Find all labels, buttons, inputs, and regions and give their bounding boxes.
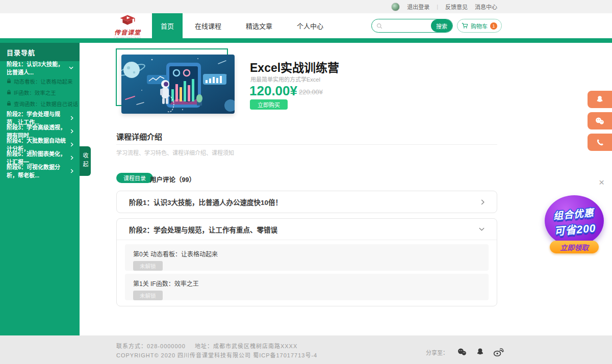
messages-link[interactable]: 消息中心 bbox=[475, 3, 497, 11]
sidebar-stage-1-children: 动态看板：让表格动起来 IF函数：效率之王 查询函数：让数据自己说话 bbox=[0, 75, 80, 109]
brand-logo[interactable]: 传音课堂 CHUANYINKETANG bbox=[107, 14, 148, 39]
wechat-icon bbox=[457, 348, 467, 356]
course-cover-illustration bbox=[121, 55, 235, 114]
chevron-right-icon bbox=[70, 155, 73, 160]
nav-item-articles[interactable]: 精选文章 bbox=[234, 13, 285, 38]
course-subtitle: 用最简单实用的方式学Excel bbox=[250, 75, 320, 83]
lock-icon bbox=[7, 101, 11, 106]
lesson-row[interactable]: 第0关 动态看板：让表格动起来 未解锁 bbox=[125, 244, 489, 271]
share-label: 分享至： bbox=[426, 348, 448, 356]
course-cover[interactable] bbox=[121, 55, 235, 114]
catalog-sidebar: 目录导航 阶段1：认识3大技能，比普通人... 动态看板：让表格动起来 IF bbox=[0, 38, 80, 335]
page: 退出登录 | 反馈意见 消息中心 传音课堂 CHUANYINKETANG 首页 … bbox=[0, 0, 612, 364]
qq-contact-button[interactable] bbox=[588, 91, 612, 108]
qq-icon bbox=[595, 95, 604, 104]
footer-contact: 联系方式：028-0000000 bbox=[116, 343, 186, 349]
search-box: 搜索 bbox=[371, 19, 453, 33]
course-title: Excel实战训练营 bbox=[250, 58, 339, 75]
phone-icon bbox=[596, 138, 604, 147]
sidebar-stage-6[interactable]: 阶段6：可视化数据分析，帮老板... bbox=[0, 164, 80, 177]
brand-name: 传音课堂 bbox=[107, 28, 148, 36]
phone-contact-button[interactable] bbox=[588, 134, 612, 151]
promo-close-icon[interactable]: × bbox=[599, 177, 604, 187]
accordion-stage-1-header[interactable]: 阶段1：认识3大技能，比普通人办公速度快10倍！ bbox=[117, 191, 497, 213]
sidebar-lesson-item[interactable]: 查询函数：让数据自己说话 bbox=[0, 98, 80, 109]
chevron-right-icon bbox=[481, 199, 484, 205]
locked-badge: 未解锁 bbox=[133, 291, 163, 300]
section-divider bbox=[116, 144, 497, 145]
lock-icon bbox=[7, 90, 11, 95]
sidebar-collapse-button[interactable]: 收起 bbox=[80, 146, 91, 176]
search-button[interactable]: 搜索 bbox=[431, 19, 452, 32]
accordion-stage-2: 阶段2：学会处理与规范，让工作有重点、零错误 第0关 动态看板：让表格动起来 未… bbox=[116, 218, 497, 306]
footer-address: 地址：成都市武侯区槐树店南路XXXX bbox=[195, 343, 297, 349]
navbar: 传音课堂 CHUANYINKETANG 首页 在线课程 精选文章 个人中心 搜索 bbox=[0, 13, 612, 38]
chevron-right-icon bbox=[70, 129, 73, 134]
cart-label: 购物车 bbox=[471, 22, 488, 30]
detail-summary: 学习流程、学习特色、课程详细介绍、课程须知 bbox=[116, 148, 234, 157]
topbar-divider: | bbox=[437, 4, 438, 10]
chevron-right-icon bbox=[70, 116, 73, 120]
search-icon bbox=[376, 23, 382, 29]
brand-logo-icon bbox=[119, 14, 136, 25]
wechat-contact-button[interactable] bbox=[588, 112, 612, 129]
cart-count-badge: 1 bbox=[490, 22, 497, 30]
lock-icon bbox=[7, 79, 11, 84]
main-nav: 首页 在线课程 精选文章 个人中心 bbox=[152, 13, 336, 38]
chevron-right-icon bbox=[70, 169, 73, 173]
buy-now-button[interactable]: 立即购买 bbox=[250, 99, 288, 110]
chevron-down-icon bbox=[479, 227, 484, 231]
logout-link[interactable]: 退出登录 bbox=[407, 3, 429, 11]
cart-icon bbox=[462, 22, 468, 29]
share-wechat-button[interactable] bbox=[457, 348, 467, 356]
chevron-down-icon bbox=[69, 66, 73, 69]
feedback-link[interactable]: 反馈意见 bbox=[445, 3, 468, 11]
sidebar-lesson-item[interactable]: 动态看板：让表格动起来 bbox=[0, 75, 80, 87]
detail-section-title: 课程详细介绍 bbox=[116, 131, 162, 142]
sidebar-title: 目录导航 bbox=[0, 43, 80, 61]
accordion-stage-1: 阶段1：认识3大技能，比普通人办公速度快10倍！ bbox=[116, 191, 497, 213]
promo-badge[interactable]: 组合优惠 可省200 bbox=[545, 195, 604, 246]
promo-claim-button[interactable]: 立即领取 bbox=[550, 241, 599, 253]
tab-user-comments[interactable]: 用户评论（99） bbox=[150, 174, 195, 184]
nav-item-profile[interactable]: 个人中心 bbox=[285, 13, 336, 38]
lesson-row[interactable]: 第1关 IF函数：效率之王 未解锁 bbox=[125, 274, 489, 300]
qq-icon bbox=[476, 347, 484, 357]
tab-course-catalog[interactable]: 课程目录 bbox=[116, 173, 153, 183]
nav-item-courses[interactable]: 在线课程 bbox=[183, 13, 234, 38]
weibo-icon bbox=[493, 348, 504, 357]
lesson-title: 第0关 动态看板：让表格动起来 bbox=[133, 249, 480, 258]
chevron-right-icon bbox=[70, 142, 73, 147]
footer-copyright: COPYRIGHT© 2020 四川传音课堂科技有限公司 蜀ICP备170177… bbox=[116, 351, 317, 359]
cart-button[interactable]: 购物车 1 bbox=[457, 19, 502, 33]
share-weibo-button[interactable] bbox=[493, 348, 504, 357]
share-qq-button[interactable] bbox=[476, 347, 484, 357]
accent-strip bbox=[0, 38, 612, 43]
wechat-icon bbox=[595, 117, 605, 125]
search-input[interactable] bbox=[385, 23, 431, 29]
locked-badge: 未解锁 bbox=[133, 261, 163, 271]
lesson-title: 第1关 IF函数：效率之王 bbox=[133, 279, 480, 288]
footer: 联系方式：028-0000000 地址：成都市武侯区槐树店南路XXXX COPY… bbox=[0, 335, 612, 364]
course-price: 120.00¥ bbox=[249, 83, 297, 99]
course-original-price: 220.00¥ bbox=[299, 88, 323, 96]
user-avatar[interactable] bbox=[391, 3, 400, 11]
nav-item-home[interactable]: 首页 bbox=[152, 13, 183, 38]
topbar: 退出登录 | 反馈意见 消息中心 bbox=[0, 0, 612, 13]
sidebar-lesson-item[interactable]: IF函数：效率之王 bbox=[0, 87, 80, 98]
sidebar-stage-1[interactable]: 阶段1：认识3大技能，比普通人... bbox=[0, 61, 80, 74]
accordion-stage-2-header[interactable]: 阶段2：学会处理与规范，让工作有重点、零错误 bbox=[117, 219, 497, 240]
